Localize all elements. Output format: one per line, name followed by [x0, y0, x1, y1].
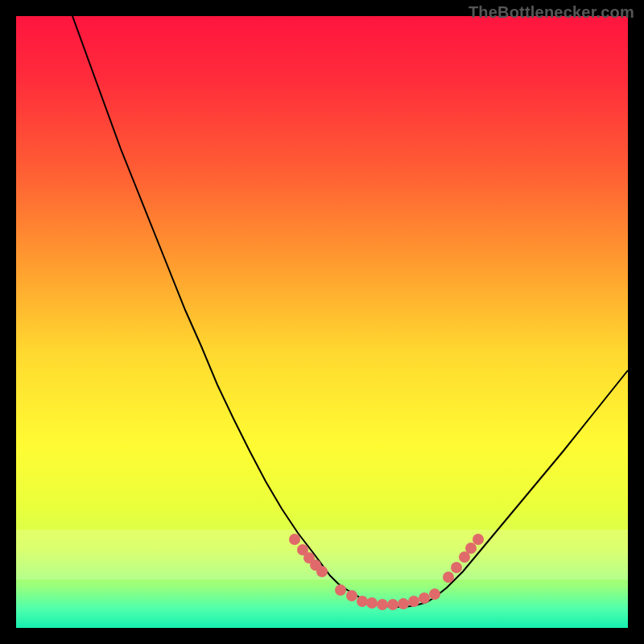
marker-dot	[473, 534, 484, 545]
marker-dot	[451, 562, 462, 573]
marker-dot	[366, 597, 378, 609]
marker-dot	[377, 599, 388, 610]
marker-dot	[387, 599, 398, 610]
marker-dot	[398, 598, 409, 609]
marker-dot	[408, 596, 419, 607]
marker-dot	[429, 588, 440, 600]
marker-dot	[346, 590, 357, 601]
watermark-text: TheBottlenecker.com	[469, 3, 634, 22]
marker-dot	[289, 534, 300, 545]
chart-container	[16, 16, 628, 628]
marker-dot	[335, 584, 346, 596]
marker-dot	[357, 596, 368, 607]
marker-dot	[316, 566, 328, 577]
chart-svg	[16, 16, 628, 628]
marker-dot	[443, 572, 454, 583]
marker-dot	[465, 543, 477, 554]
marker-dot	[419, 592, 430, 604]
